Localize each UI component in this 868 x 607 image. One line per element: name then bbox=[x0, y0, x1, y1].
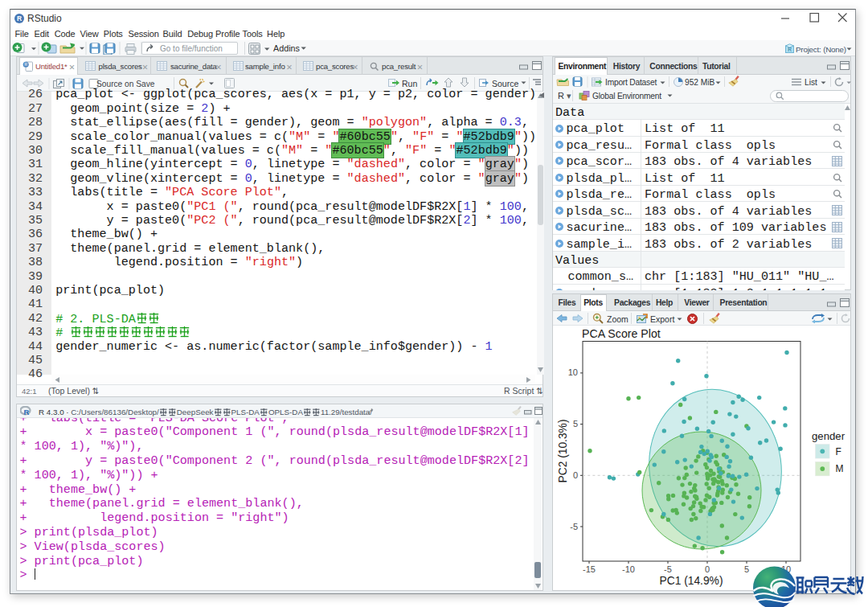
svg-text:PCA Score Plot: PCA Score Plot bbox=[582, 327, 661, 340]
svg-text:-10: -10 bbox=[622, 564, 635, 574]
svg-text:PC1 (14.9%): PC1 (14.9%) bbox=[660, 575, 723, 587]
svg-text:-15: -15 bbox=[583, 564, 596, 574]
svg-text:0: 0 bbox=[705, 564, 710, 574]
svg-text:5: 5 bbox=[573, 419, 578, 429]
svg-text:F: F bbox=[836, 446, 841, 457]
svg-text:10: 10 bbox=[568, 367, 578, 377]
svg-text:PC2 (10.3%): PC2 (10.3%) bbox=[557, 420, 569, 483]
svg-text:gender: gender bbox=[812, 430, 845, 442]
svg-text:R: R bbox=[24, 62, 27, 67]
svg-text:R: R bbox=[17, 14, 22, 23]
svg-text:M: M bbox=[836, 463, 844, 474]
svg-text:-5: -5 bbox=[664, 564, 672, 574]
svg-text:R: R bbox=[788, 47, 792, 52]
svg-text:R: R bbox=[24, 408, 30, 416]
svg-text:0: 0 bbox=[573, 470, 578, 480]
svg-text:5: 5 bbox=[744, 564, 749, 574]
svg-text:-5: -5 bbox=[570, 522, 578, 531]
